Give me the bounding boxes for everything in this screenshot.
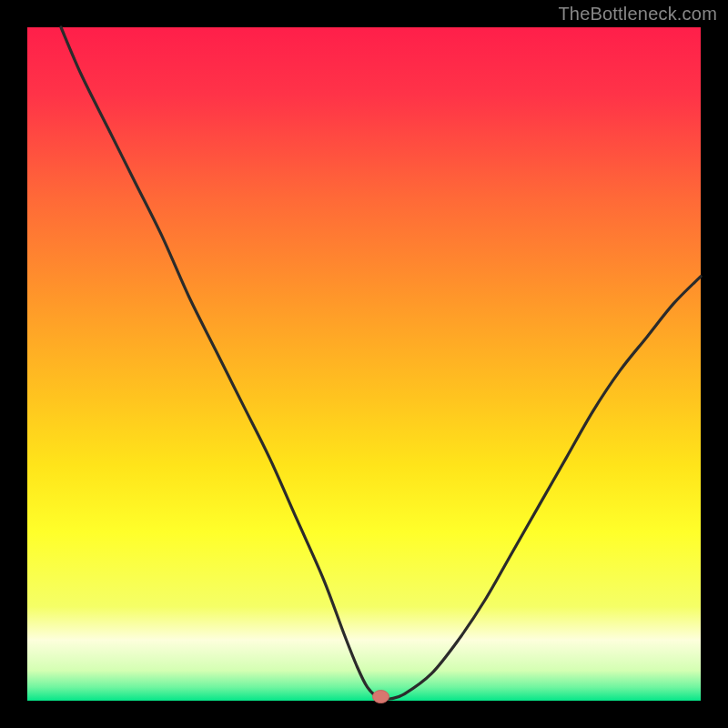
plot-background [27,27,701,701]
bottleneck-plot [0,0,728,728]
minimum-marker [373,691,389,703]
chart-frame: TheBottleneck.com [0,0,728,728]
